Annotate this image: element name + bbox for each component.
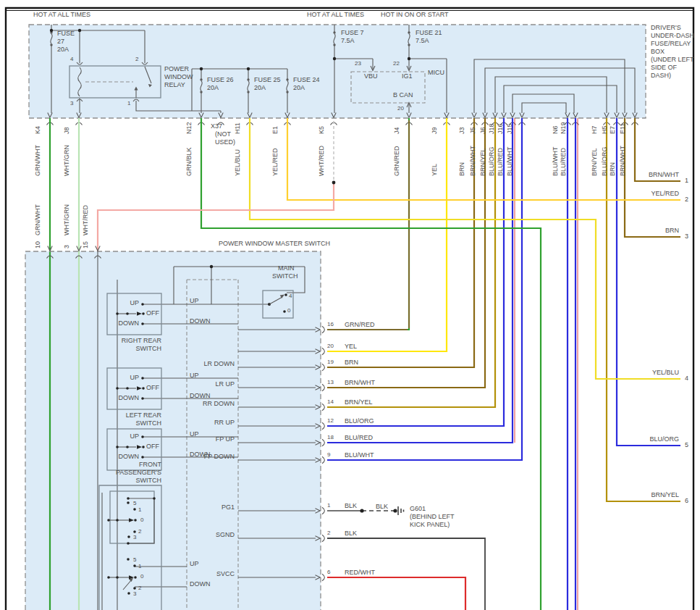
pin18-num: 18	[327, 434, 334, 442]
conn-j9: J9	[431, 127, 438, 134]
conn-j16: J16	[497, 123, 504, 134]
pin14-color: BRN/YEL	[345, 398, 373, 406]
wire-yel	[327, 118, 447, 351]
blk-mid-label: BLK	[376, 503, 388, 511]
conn-e7: E7	[609, 126, 616, 134]
box-note-3: FUSE/RELAY	[651, 40, 691, 48]
ms-main-pos-0: 0	[287, 307, 290, 315]
func-lr-down: LR DOWN	[155, 360, 235, 368]
relay-pin-4: 4	[70, 56, 73, 64]
rr-up: UP	[109, 299, 139, 307]
conn-n12: N12	[185, 122, 193, 134]
fp-off: OFF	[146, 443, 159, 451]
micu-pin-20: 20	[397, 105, 404, 113]
g601-note-2: KICK PANEL)	[410, 521, 450, 529]
diagram-canvas	[0, 0, 700, 610]
fp-down: DOWN	[109, 453, 139, 461]
fuse-box-fill	[29, 25, 646, 118]
conn-e1: E1	[271, 126, 279, 134]
wirelabel-h7: BRN/YEL	[591, 148, 598, 176]
conn-h5: H5	[601, 125, 608, 134]
edge-label-3: BRN	[615, 227, 679, 235]
fp-caption-1: FRONT	[96, 461, 161, 469]
conn-h11: H11	[234, 122, 241, 134]
wirelabel-blu-red: BLU/RED	[497, 148, 504, 176]
wirelabel-brn-wht: BRN/WHT	[469, 146, 476, 176]
g601-label: G601	[410, 505, 426, 513]
wirelabel-grn-wht: GRN/WHT	[34, 145, 41, 176]
wirelabel-wht-grn: WHT/GRN	[63, 145, 70, 176]
drv2-pos-5: 5	[133, 556, 136, 564]
conn-j8: J8	[63, 127, 70, 134]
lr-caption-2: SWITCH	[96, 419, 161, 427]
rr-off: OFF	[146, 309, 159, 317]
pin18-color: BLU/RED	[345, 434, 373, 442]
conn-e11: E11	[619, 123, 626, 134]
pin2-num: 2	[327, 530, 330, 538]
drv2-pos-1: 1	[138, 563, 141, 571]
pin14-num: 14	[327, 398, 334, 406]
conn-x37-note1: (NOT	[215, 130, 231, 138]
fuse-26-label: FUSE 26	[207, 76, 234, 84]
ms-pin3-color: WHT/GRN	[63, 204, 70, 235]
fuse-7-rating: 7.5A	[341, 37, 355, 45]
conn-j5: J5	[469, 127, 476, 134]
relay-name-2: WINDOW	[164, 73, 193, 81]
lr-caption-1: LEFT REAR	[96, 411, 161, 419]
fuse-21-label: FUSE 21	[416, 29, 442, 37]
micu-vbu: VBU	[364, 72, 378, 80]
ms-main-label-2: SWITCH	[272, 272, 298, 280]
pin20-color: YEL	[345, 343, 357, 351]
box-note-2: UNDER-DASH	[651, 32, 694, 40]
func-rr-up: RR UP	[155, 419, 235, 427]
edge-num-1: 1	[685, 177, 688, 185]
box-note-4: BOX	[651, 48, 665, 56]
master-switch-fill	[25, 251, 321, 610]
micu-ig1: IG1	[402, 72, 413, 80]
relay-name-3: RELAY	[164, 81, 185, 89]
pin9-num: 9	[327, 451, 330, 459]
relay-pin-3: 3	[70, 100, 73, 108]
pin9-color: BLU/WHT	[345, 451, 374, 459]
conn-k4: K4	[34, 126, 41, 134]
edge-label-5: BLU/ORG	[615, 435, 679, 443]
pin12-num: 12	[327, 417, 334, 425]
conn-n19: N19	[560, 122, 567, 134]
drv2-pos-2: 2	[138, 585, 141, 593]
fuse-25-label: FUSE 25	[254, 76, 281, 84]
edge-label-6: BRN/YEL	[615, 491, 679, 499]
wirelabel-n6: BLU/WHT	[552, 147, 559, 177]
ms-pin10-color: GRN/WHT	[34, 204, 41, 235]
conn-j15: J15	[506, 123, 513, 134]
drv-bus-down: DOWN	[190, 580, 211, 588]
func-sgnd: SGND	[155, 531, 235, 539]
drv1-pos-0: 0	[140, 517, 143, 525]
rr-caption-1: RIGHT REAR	[96, 337, 161, 345]
pin16-num: 16	[327, 321, 334, 329]
drv2-pos-0: 0	[140, 573, 143, 581]
conn-j4: J4	[393, 127, 400, 134]
conn-h7: H7	[591, 125, 598, 134]
fuse-27-number: 27	[57, 38, 64, 46]
rr-bus-up: UP	[190, 297, 199, 305]
wirelabel-brn: BRN	[458, 162, 465, 176]
fp-up: UP	[109, 433, 139, 440]
fuse-25-rating: 20A	[254, 84, 266, 92]
lr-bus-down: DOWN	[190, 392, 211, 400]
conn-j6: J6	[479, 127, 486, 134]
pin19-num: 19	[327, 359, 334, 367]
drv1-pos-5: 5	[133, 500, 136, 508]
fuse-21-rating: 7.5A	[416, 37, 429, 45]
pin6-num: 6	[327, 569, 330, 577]
edge-label-4: YEL/BLU	[615, 369, 679, 377]
lr-bus-up: UP	[190, 372, 199, 380]
ms-main-label-1: MAIN	[278, 264, 295, 272]
micu-pin-22: 22	[393, 60, 400, 68]
pin13-num: 13	[327, 379, 334, 387]
pin13-color: BRN/WHT	[345, 379, 375, 387]
wirelabel-yel-red: YEL/RED	[271, 148, 279, 176]
wirelabel-wht-red: WHT/RED	[318, 146, 325, 176]
pin19-color: BRN	[345, 359, 358, 367]
drv1-pos-2: 2	[138, 528, 141, 536]
wirelabel-h5: BLU/ORG	[601, 146, 608, 176]
